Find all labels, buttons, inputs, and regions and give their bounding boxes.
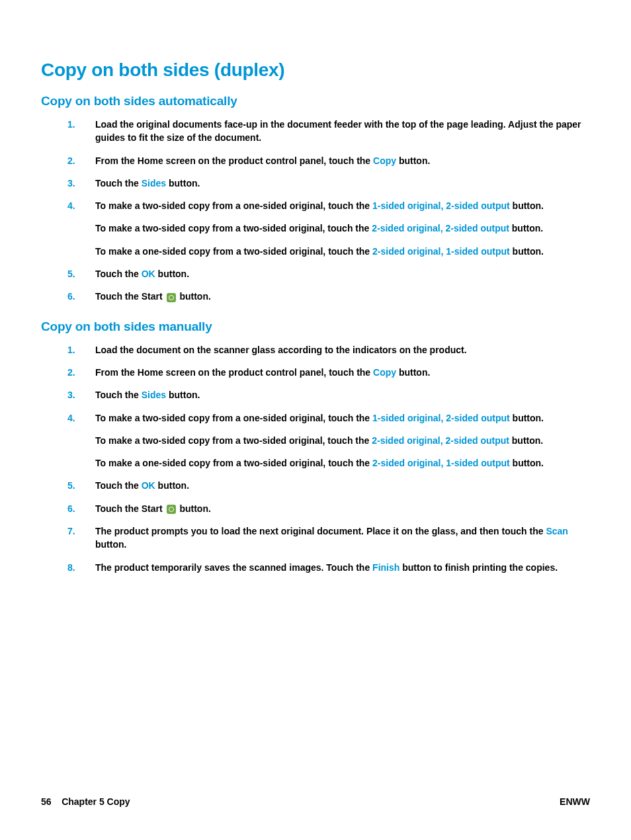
step-text: Touch the Start button. xyxy=(95,503,211,514)
step-manual-5: 5. Touch the OK button. xyxy=(95,479,590,492)
step-manual-3: 3. Touch the Sides button. xyxy=(95,388,590,401)
ui-1sided-2sided: 1-sided original, 2-sided output xyxy=(372,413,510,423)
steps-manual: 1. Load the document on the scanner glas… xyxy=(95,343,590,574)
step-subtext: To make a one-sided copy from a two-side… xyxy=(95,456,590,470)
ui-2sided-1sided: 2-sided original, 1-sided output xyxy=(372,458,510,468)
ui-2sided-1sided: 2-sided original, 1-sided output xyxy=(372,246,510,257)
ui-ok: OK xyxy=(142,269,155,279)
step-num: 5. xyxy=(67,479,75,492)
step-text: From the Home screen on the product cont… xyxy=(95,155,430,166)
step-num: 3. xyxy=(67,177,75,190)
ui-ok: OK xyxy=(142,480,155,491)
step-auto-6: 6. Touch the Start button. xyxy=(95,290,590,303)
footer: 56 Chapter 5 Copy ENWW xyxy=(41,796,590,807)
chapter-label: Chapter 5 Copy xyxy=(62,796,130,807)
step-num: 6. xyxy=(67,290,75,303)
start-icon xyxy=(167,505,176,514)
footer-right: ENWW xyxy=(560,796,590,807)
step-subtext: To make a one-sided copy from a two-side… xyxy=(95,245,590,258)
step-num: 4. xyxy=(67,199,75,212)
section-auto-heading: Copy on both sides automatically xyxy=(41,94,590,108)
section-manual-heading: Copy on both sides manually xyxy=(41,319,590,334)
ui-scan: Scan xyxy=(546,526,568,536)
step-auto-4: 4. To make a two-sided copy from a one-s… xyxy=(95,199,590,258)
ui-copy: Copy xyxy=(373,367,396,378)
step-num: 3. xyxy=(67,388,75,401)
ui-2sided-2sided: 2-sided original, 2-sided output xyxy=(372,435,509,446)
step-num: 8. xyxy=(67,561,75,574)
step-manual-2: 2. From the Home screen on the product c… xyxy=(95,366,590,379)
step-num: 6. xyxy=(67,502,75,515)
step-num: 5. xyxy=(67,267,75,280)
start-icon xyxy=(167,293,176,302)
step-num: 1. xyxy=(67,343,75,357)
ui-finish: Finish xyxy=(372,562,400,573)
step-text: Touch the Sides button. xyxy=(95,390,200,400)
step-text: Touch the OK button. xyxy=(95,480,189,491)
step-num: 2. xyxy=(67,366,75,379)
step-auto-1: 1. Load the original documents face-up i… xyxy=(95,118,590,145)
step-auto-3: 3. Touch the Sides button. xyxy=(95,177,590,190)
step-manual-1: 1. Load the document on the scanner glas… xyxy=(95,343,590,357)
step-text: To make a two-sided copy from a one-side… xyxy=(95,413,544,423)
step-text: The product temporarily saves the scanne… xyxy=(95,562,558,573)
page-number: 56 xyxy=(41,796,52,807)
step-text: From the Home screen on the product cont… xyxy=(95,367,430,378)
step-manual-6: 6. Touch the Start button. xyxy=(95,502,590,515)
step-num: 7. xyxy=(67,525,75,538)
step-num: 4. xyxy=(67,411,75,425)
step-text: Touch the Sides button. xyxy=(95,178,200,189)
step-subtext: To make a two-sided copy from a two-side… xyxy=(95,434,590,447)
step-text: Load the document on the scanner glass a… xyxy=(95,345,467,355)
ui-1sided-2sided: 1-sided original, 2-sided output xyxy=(372,200,510,211)
step-text: Load the original documents face-up in t… xyxy=(95,119,581,143)
step-num: 2. xyxy=(67,154,75,167)
ui-sides: Sides xyxy=(142,178,166,189)
step-text: The product prompts you to load the next… xyxy=(95,526,568,550)
step-text: Touch the OK button. xyxy=(95,269,189,279)
step-subtext: To make a two-sided copy from a two-side… xyxy=(95,222,590,235)
ui-copy: Copy xyxy=(373,155,396,166)
steps-auto: 1. Load the original documents face-up i… xyxy=(95,118,590,304)
main-heading: Copy on both sides (duplex) xyxy=(41,60,590,81)
step-num: 1. xyxy=(67,118,75,131)
step-manual-7: 7. The product prompts you to load the n… xyxy=(95,525,590,552)
step-text: To make a two-sided copy from a one-side… xyxy=(95,200,544,211)
ui-2sided-2sided: 2-sided original, 2-sided output xyxy=(372,223,509,233)
step-manual-8: 8. The product temporarily saves the sca… xyxy=(95,561,590,574)
ui-sides: Sides xyxy=(142,390,166,400)
step-auto-5: 5. Touch the OK button. xyxy=(95,267,590,280)
step-text: Touch the Start button. xyxy=(95,291,211,302)
step-auto-2: 2. From the Home screen on the product c… xyxy=(95,154,590,167)
step-manual-4: 4. To make a two-sided copy from a one-s… xyxy=(95,411,590,470)
footer-left: 56 Chapter 5 Copy xyxy=(41,796,130,807)
